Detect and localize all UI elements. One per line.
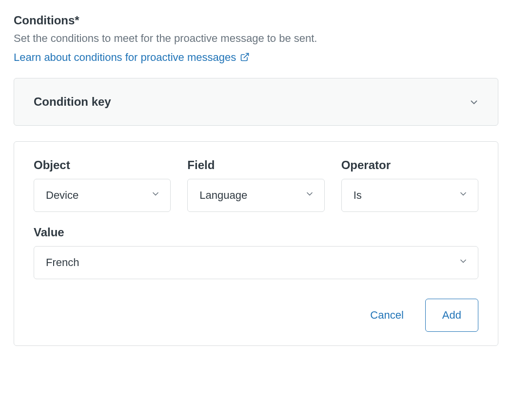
learn-link[interactable]: Learn about conditions for proactive mes… — [14, 49, 250, 66]
object-value: Device — [46, 189, 79, 202]
condition-key-title: Condition key — [34, 95, 111, 109]
external-link-icon — [240, 50, 250, 66]
form-actions: Cancel Add — [34, 299, 478, 332]
operator-select[interactable]: Is — [341, 179, 478, 212]
value-value: French — [46, 256, 79, 269]
operator-label: Operator — [341, 158, 478, 172]
add-button[interactable]: Add — [425, 299, 478, 332]
field-label: Field — [187, 158, 324, 172]
field-group: Field Language — [187, 158, 324, 212]
operator-value: Is — [354, 189, 362, 202]
operator-group: Operator Is — [341, 158, 478, 212]
chevron-down-icon — [458, 189, 468, 202]
section-title: Conditions* — [14, 14, 498, 27]
object-label: Object — [34, 158, 171, 172]
chevron-down-icon — [469, 97, 478, 107]
value-group: Value French — [34, 226, 478, 279]
object-group: Object Device — [34, 158, 171, 212]
chevron-down-icon — [305, 189, 315, 202]
condition-form-panel: Object Device Field Language O — [14, 141, 498, 346]
condition-key-panel[interactable]: Condition key — [14, 78, 498, 126]
cancel-button[interactable]: Cancel — [368, 305, 405, 325]
value-select[interactable]: French — [34, 246, 478, 279]
object-select[interactable]: Device — [34, 179, 171, 212]
value-label: Value — [34, 226, 478, 239]
chevron-down-icon — [151, 189, 160, 202]
chevron-down-icon — [458, 256, 468, 269]
field-select[interactable]: Language — [187, 179, 324, 212]
field-value: Language — [199, 189, 247, 202]
svg-line-0 — [244, 54, 249, 58]
conditions-section: Conditions* Set the conditions to meet f… — [14, 14, 498, 346]
learn-link-text: Learn about conditions for proactive mes… — [14, 51, 236, 63]
section-subtitle: Set the conditions to meet for the proac… — [14, 30, 498, 46]
